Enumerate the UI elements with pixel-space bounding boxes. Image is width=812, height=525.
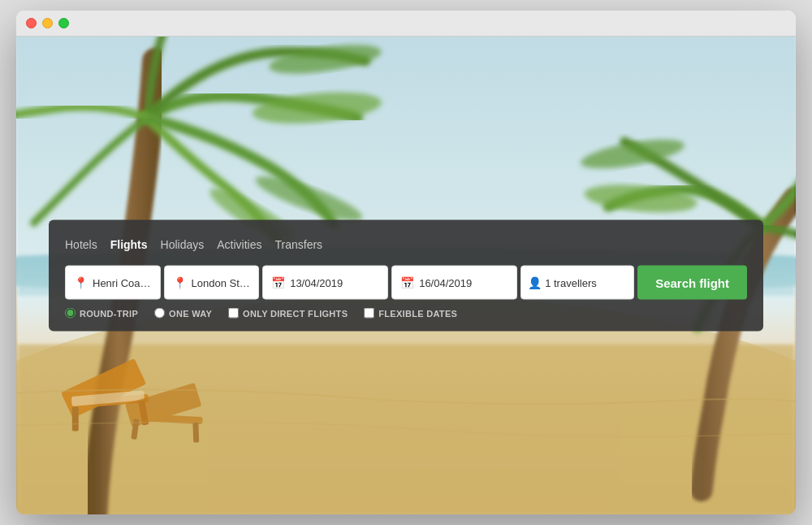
flexible-dates-label: FLEXIBLE DATES [378,308,457,318]
origin-value: Henri Coandă International, B [93,276,152,289]
tab-flights[interactable]: Flights [110,235,161,254]
one-way-option[interactable]: ONE WAY [154,308,212,319]
round-trip-radio[interactable] [65,308,76,319]
tab-holidays[interactable]: Holidays [161,235,218,254]
tab-hotels[interactable]: Hotels [65,235,110,254]
svg-rect-4 [18,345,795,514]
svg-rect-16 [71,390,145,406]
flexible-dates-option[interactable]: FLEXIBLE DATES [364,308,457,319]
one-way-radio[interactable] [154,308,165,319]
svg-rect-17 [130,413,203,424]
svg-rect-12 [76,395,140,407]
svg-rect-19 [131,419,139,440]
options-row: ROUND-TRIP ONE WAY ONLY DIRECT FLIGHTS F… [65,308,747,319]
svg-rect-11 [67,394,149,410]
one-way-label: ONE WAY [169,308,212,318]
browser-content: Hotels Flights Holidays Activities Trans… [16,37,796,514]
search-flight-button[interactable]: Search flight [637,266,747,300]
close-button[interactable] [26,18,37,28]
svg-rect-14 [72,407,79,432]
nav-tabs: Hotels Flights Holidays Activities Trans… [65,235,747,254]
depart-date-field[interactable]: 📅 13/04/2019 [262,266,388,300]
direct-flights-label: ONLY DIRECT FLIGHTS [243,308,348,318]
direct-flights-option[interactable]: ONLY DIRECT FLIGHTS [228,308,348,319]
search-panel: Hotels Flights Holidays Activities Trans… [49,220,763,332]
browser-window: Hotels Flights Holidays Activities Trans… [16,11,796,514]
svg-rect-18 [125,383,202,427]
minimize-button[interactable] [42,18,53,28]
flexible-dates-checkbox[interactable] [364,308,374,319]
svg-rect-15 [138,401,149,426]
svg-point-10 [579,134,686,175]
svg-point-9 [583,180,698,216]
svg-rect-20 [192,423,199,443]
round-trip-option[interactable]: ROUND-TRIP [65,308,138,319]
location-dest-icon: 📍 [173,276,187,289]
svg-rect-13 [61,358,146,419]
person-icon: 👤 [528,276,542,289]
return-date-value: 16/04/2019 [419,276,472,289]
round-trip-label: ROUND-TRIP [80,308,138,318]
calendar-depart-icon: 📅 [271,276,285,289]
direct-flights-checkbox[interactable] [228,308,239,319]
search-row: 📍 Henri Coandă International, B 📍 London… [65,266,747,300]
travellers-select[interactable]: 1 travellers 2 travellers 3 travellers 4… [545,276,627,289]
destination-field[interactable]: 📍 London Stansted, London, Uni [164,266,260,300]
svg-point-6 [267,39,382,79]
tab-transfers[interactable]: Transfers [275,235,336,254]
maximize-button[interactable] [58,18,69,28]
origin-field[interactable]: 📍 Henri Coandă International, B [65,266,161,300]
travellers-field[interactable]: 👤 1 travellers 2 travellers 3 travellers… [520,266,634,300]
location-icon: 📍 [74,276,88,289]
tab-activities[interactable]: Activities [217,235,274,254]
depart-date-value: 13/04/2019 [290,276,343,289]
return-date-field[interactable]: 📅 16/04/2019 [391,266,517,300]
calendar-return-icon: 📅 [400,276,414,289]
browser-titlebar [16,11,796,37]
svg-point-5 [251,88,382,128]
destination-value: London Stansted, London, Uni [192,276,251,289]
